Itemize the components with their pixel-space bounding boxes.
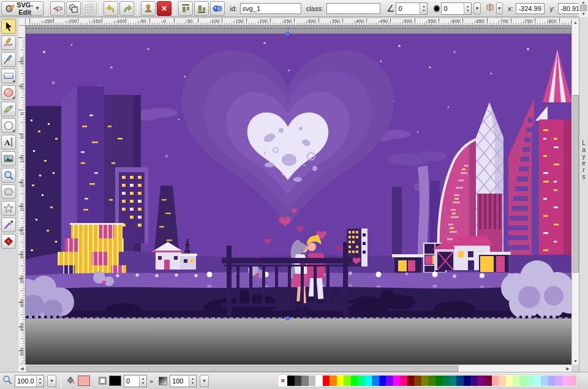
palette-swatch[interactable] <box>393 376 401 386</box>
palette-swatch[interactable] <box>337 376 344 386</box>
palette-swatch[interactable] <box>372 376 379 386</box>
blur-dropdown[interactable]: ▾ <box>473 2 480 15</box>
spinner-arrows[interactable]: ▴▾ <box>139 376 146 387</box>
eyedropper-tool-button[interactable] <box>1 217 16 232</box>
palette-swatch[interactable] <box>520 376 527 386</box>
palette-swatch[interactable] <box>513 376 520 386</box>
delete-button[interactable]: ✕ <box>157 1 172 16</box>
wireframe-button[interactable] <box>66 1 81 16</box>
palette-swatch[interactable] <box>442 376 450 386</box>
night-city-illustration[interactable] <box>26 34 571 317</box>
palette-swatch[interactable] <box>534 376 541 386</box>
redo-button[interactable] <box>119 1 134 16</box>
palette-swatch[interactable] <box>344 376 351 386</box>
align-top-button[interactable] <box>178 1 193 16</box>
palette-swatch[interactable] <box>435 376 443 386</box>
class-input[interactable] <box>326 3 380 14</box>
palette-swatch[interactable] <box>287 376 295 386</box>
palette-swatch[interactable] <box>358 376 365 386</box>
scroll-up-icon[interactable]: ▲ <box>581 0 586 4</box>
line-tool-button[interactable] <box>1 52 16 67</box>
align-bottom-button[interactable] <box>194 1 209 16</box>
palette-swatch[interactable] <box>351 376 358 386</box>
palette-swatch[interactable] <box>330 376 337 386</box>
selection-grip-bottom[interactable] <box>285 316 290 320</box>
palette-swatch[interactable] <box>541 376 548 386</box>
select-tool-button[interactable] <box>1 19 16 34</box>
star-tool-button[interactable] <box>1 201 16 216</box>
rectangle-tool-button[interactable] <box>1 69 16 83</box>
angle-input[interactable] <box>396 3 420 14</box>
palette-swatch[interactable] <box>555 376 562 386</box>
palette-swatch[interactable] <box>569 376 576 386</box>
pencil-tool-button[interactable] <box>1 36 16 50</box>
scrollbar-thumb[interactable] <box>580 5 587 11</box>
scroll-down-icon[interactable]: ▼ <box>572 357 579 364</box>
shape-library-button[interactable] <box>1 234 16 249</box>
clone-button[interactable] <box>141 1 156 16</box>
id-input[interactable] <box>240 3 301 14</box>
scrollbar-thumb[interactable] <box>26 366 458 372</box>
palette-swatch[interactable] <box>470 376 478 386</box>
spinner-arrows[interactable]: ▴▾ <box>36 376 43 387</box>
spinner-arrows[interactable]: ▴▾ <box>464 3 471 14</box>
palette-swatch[interactable] <box>365 376 372 386</box>
image-tool-button[interactable] <box>1 151 16 166</box>
grid-button[interactable] <box>82 1 97 16</box>
blur-input[interactable] <box>442 3 464 14</box>
palette-swatch[interactable] <box>309 376 316 386</box>
path-tool-button[interactable] <box>1 102 16 116</box>
zoom-dropdown[interactable]: ▾ <box>47 375 56 387</box>
palette-swatch[interactable] <box>295 376 302 386</box>
palette-swatch[interactable] <box>484 376 492 386</box>
palette-swatch[interactable] <box>400 376 407 386</box>
palette-swatch[interactable] <box>506 376 513 386</box>
source-code-button[interactable]: <> <box>50 1 65 16</box>
palette-swatch[interactable] <box>386 376 393 386</box>
no-color-swatch[interactable]: ✕ <box>279 376 287 386</box>
palette-swatch[interactable] <box>548 376 556 386</box>
palette-swatch[interactable] <box>450 376 457 386</box>
palette-swatch[interactable] <box>421 376 429 386</box>
text-tool-button[interactable]: A <box>1 135 16 149</box>
palette-swatch[interactable] <box>428 376 435 386</box>
x-input[interactable] <box>516 3 545 14</box>
palette-swatch[interactable] <box>499 376 506 386</box>
palette-swatch[interactable] <box>414 376 421 386</box>
palette-swatch[interactable] <box>562 376 570 386</box>
selection-grip-top[interactable] <box>285 32 290 36</box>
scroll-up-icon[interactable]: ▲ <box>572 18 579 26</box>
link-button[interactable] <box>210 1 225 16</box>
vertical-scrollbar[interactable]: ▲ ▼ <box>571 18 579 364</box>
palette-swatch[interactable] <box>407 376 415 386</box>
palette-swatch[interactable] <box>379 376 386 386</box>
palette-swatch[interactable] <box>527 376 534 386</box>
opacity-input[interactable] <box>170 376 189 387</box>
layers-panel-tab[interactable]: Layers <box>579 17 588 372</box>
palette-swatch[interactable] <box>456 376 464 386</box>
palette-swatch[interactable] <box>323 376 330 386</box>
scroll-down-icon[interactable]: ▼ <box>581 12 586 16</box>
scroll-right-icon[interactable]: ▶ <box>564 366 571 371</box>
page-scrollbar-fragment[interactable]: ▲ ▼ <box>579 0 588 17</box>
fill-color-swatch[interactable] <box>78 376 90 386</box>
palette-swatch[interactable] <box>492 376 499 386</box>
canvas-workspace[interactable] <box>26 26 571 364</box>
align-relative-dropdown[interactable]: ▾ <box>496 2 503 15</box>
opacity-dropdown[interactable]: ▾ <box>200 375 209 387</box>
shape-tool-button[interactable] <box>1 118 16 133</box>
stroke-width-input[interactable] <box>124 376 139 387</box>
ellipse-tool-button[interactable] <box>1 85 16 100</box>
palette-swatch[interactable] <box>315 376 323 386</box>
polygon-tool-button[interactable] <box>1 184 16 199</box>
svgedit-menu-button[interactable]: SVG-Edit ▼ <box>1 1 43 16</box>
stroke-color-swatch[interactable] <box>109 376 121 386</box>
palette-swatch[interactable] <box>464 376 471 386</box>
zoom-tool-button[interactable] <box>1 168 16 183</box>
more-options-button[interactable]: » <box>149 377 153 385</box>
spinner-arrows[interactable]: ▴▾ <box>189 376 196 387</box>
palette-swatch[interactable] <box>301 376 309 386</box>
scroll-left-icon[interactable]: ◀ <box>18 366 26 371</box>
spinner-arrows[interactable]: ▴▾ <box>420 3 427 14</box>
zoom-input[interactable] <box>15 376 36 387</box>
